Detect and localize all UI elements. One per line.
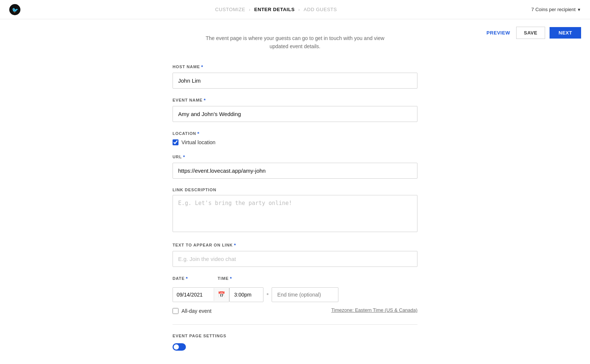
host-name-input[interactable] xyxy=(173,73,417,89)
allday-label: All-day event xyxy=(181,308,212,314)
allday-checkbox[interactable] xyxy=(173,308,178,314)
next-button[interactable]: NEXT xyxy=(550,27,581,39)
event-name-label: EVENT NAME * xyxy=(173,97,417,103)
time-required: * xyxy=(230,276,232,281)
calendar-icon[interactable]: 📅 xyxy=(214,288,229,301)
url-field: URL * xyxy=(173,154,417,179)
location-label: LOCATION * xyxy=(173,131,417,136)
time-input-container xyxy=(229,287,263,302)
text-on-link-input[interactable] xyxy=(173,251,417,267)
nav-step-add-guests[interactable]: ADD GUESTS xyxy=(304,7,337,12)
time-separator-dot: • xyxy=(263,291,272,298)
page-description: The event page is where your guests can … xyxy=(173,34,417,51)
settings-toggle-container xyxy=(173,343,417,351)
toggle-knob xyxy=(174,344,179,350)
host-name-field: HOST NAME * xyxy=(173,64,417,89)
settings-section-label: EVENT PAGE SETTINGS xyxy=(173,334,417,338)
url-required: * xyxy=(183,154,185,160)
timezone-link[interactable]: Timezone: Eastern Time (US & Canada) xyxy=(331,307,417,313)
event-page-settings: EVENT PAGE SETTINGS xyxy=(173,334,417,351)
text-on-link-required: * xyxy=(234,242,236,248)
url-label: URL * xyxy=(173,154,417,160)
nav-chevron-2: › xyxy=(298,7,300,12)
description-text: The event page is where your guests can … xyxy=(202,34,388,51)
date-time-section: DATE * TIME * 📅 xyxy=(173,276,417,314)
logo-icon: 🐦 xyxy=(9,4,21,16)
virtual-location-label: Virtual location xyxy=(181,139,216,145)
coins-dropdown-arrow: ▼ xyxy=(577,7,581,12)
date-required: * xyxy=(186,276,188,281)
host-name-required: * xyxy=(201,64,203,70)
save-button[interactable]: SAVE xyxy=(516,27,545,39)
date-input-container: 📅 xyxy=(173,287,229,302)
link-description-textarea[interactable] xyxy=(173,195,417,232)
date-input[interactable] xyxy=(173,288,214,302)
nav-step-enter-details[interactable]: ENTER DETAILS xyxy=(254,7,295,12)
svg-text:🐦: 🐦 xyxy=(12,7,19,13)
coins-per-recipient[interactable]: 7 Coins per recipient ▼ xyxy=(531,7,581,12)
link-description-field: LINK DESCRIPTION xyxy=(173,188,417,234)
text-on-link-label: TEXT TO APPEAR ON LINK * xyxy=(173,242,417,248)
nav-steps: CUSTOMIZE › ENTER DETAILS › ADD GUESTS xyxy=(215,7,337,12)
host-name-label: HOST NAME * xyxy=(173,64,417,70)
allday-timezone-row: All-day event Timezone: Eastern Time (US… xyxy=(173,307,417,314)
virtual-location-row: Virtual location xyxy=(173,139,417,145)
header: 🐦 CUSTOMIZE › ENTER DETAILS › ADD GUESTS… xyxy=(0,0,590,19)
event-name-field: EVENT NAME * xyxy=(173,97,417,122)
event-form: HOST NAME * EVENT NAME * LOCATION * xyxy=(173,64,417,351)
action-buttons: PREVIEW SAVE NEXT xyxy=(485,27,581,39)
page-wrapper: PREVIEW SAVE NEXT The event page is wher… xyxy=(0,19,590,364)
end-time-input[interactable] xyxy=(272,287,338,302)
date-time-inputs: 📅 • xyxy=(173,287,417,302)
virtual-location-checkbox[interactable] xyxy=(173,139,178,145)
date-time-labels: DATE * TIME * xyxy=(173,276,417,284)
section-divider xyxy=(173,324,417,325)
date-label: DATE * xyxy=(173,276,188,281)
allday-checkbox-row: All-day event xyxy=(173,308,212,314)
preview-button[interactable]: PREVIEW xyxy=(485,27,512,39)
time-input[interactable] xyxy=(230,288,263,302)
location-field: LOCATION * Virtual location xyxy=(173,131,417,145)
nav-step-customize[interactable]: CUSTOMIZE xyxy=(215,7,245,12)
settings-toggle[interactable] xyxy=(173,343,186,351)
location-required: * xyxy=(197,131,200,136)
nav-chevron-1: › xyxy=(249,7,250,12)
time-label: TIME * xyxy=(218,276,232,281)
text-on-link-field: TEXT TO APPEAR ON LINK * xyxy=(173,242,417,267)
url-input[interactable] xyxy=(173,163,417,179)
event-name-input[interactable] xyxy=(173,106,417,122)
link-description-label: LINK DESCRIPTION xyxy=(173,188,417,192)
coins-label-text: 7 Coins per recipient xyxy=(531,7,576,12)
event-name-required: * xyxy=(204,97,206,103)
main-content: The event page is where your guests can … xyxy=(165,19,425,364)
logo: 🐦 xyxy=(9,4,21,16)
